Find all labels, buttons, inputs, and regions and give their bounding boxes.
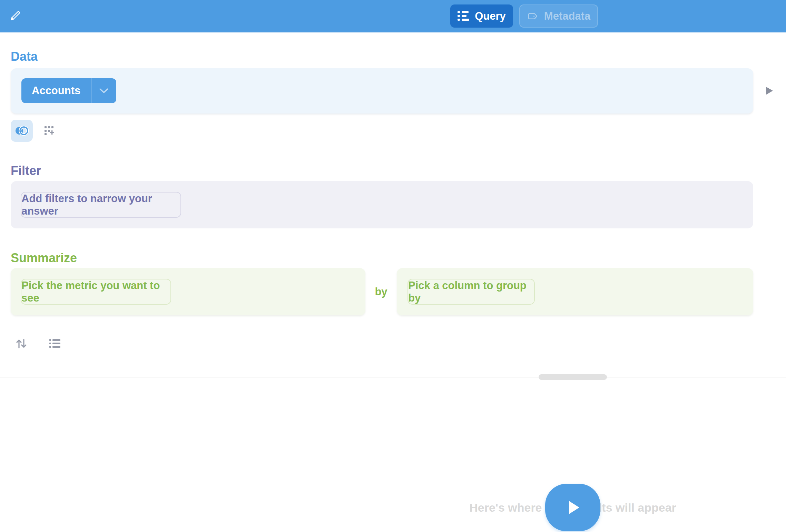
pick-groupby-column-button[interactable]: Pick a column to group by	[407, 279, 535, 305]
summarize-groupby-section: Pick a column to group by	[397, 268, 753, 315]
data-source-picker[interactable]: Accounts	[21, 78, 116, 103]
join-data-button[interactable]	[11, 120, 33, 142]
filter-section: Add filters to narrow your answer	[11, 181, 753, 228]
pencil-icon	[9, 10, 21, 23]
custom-column-icon	[44, 126, 55, 137]
header-bar: Query Metadata	[0, 0, 786, 32]
filter-section-label: Filter	[11, 164, 41, 178]
row-limit-step-button[interactable]	[49, 338, 61, 349]
add-filter-button-label: Add filters to narrow your answer	[21, 193, 180, 217]
summarize-section-label: Summarize	[11, 251, 77, 265]
by-label: by	[365, 268, 397, 315]
pane-divider	[0, 377, 786, 377]
tab-query[interactable]: Query	[450, 4, 513, 28]
pick-metric-button[interactable]: Pick the metric you want to see	[21, 279, 171, 305]
chevron-down-icon[interactable]	[91, 78, 116, 103]
pane-resize-handle[interactable]	[539, 374, 607, 380]
pick-metric-button-label: Pick the metric you want to see	[21, 279, 170, 304]
notebook-icon	[458, 11, 469, 21]
edit-question-button[interactable]	[8, 9, 23, 24]
tab-metadata-label: Metadata	[544, 10, 590, 22]
pick-groupby-column-button-label: Pick a column to group by	[408, 279, 534, 304]
custom-column-button[interactable]	[43, 125, 55, 137]
play-icon	[569, 501, 579, 514]
data-section: Accounts	[11, 68, 753, 114]
tag-icon	[527, 10, 539, 22]
join-data-icon	[14, 126, 29, 136]
row-limit-icon	[49, 339, 60, 348]
summarize-metric-section: Pick the metric you want to see	[11, 268, 365, 315]
preview-step-button[interactable]	[763, 84, 776, 97]
play-icon	[766, 87, 773, 95]
view-switcher: Query Metadata	[450, 4, 598, 28]
sort-step-button[interactable]	[15, 338, 28, 349]
tab-metadata[interactable]: Metadata	[519, 4, 598, 28]
run-query-button[interactable]	[545, 484, 600, 531]
data-section-label: Data	[11, 49, 38, 64]
tab-query-label: Query	[475, 10, 506, 22]
add-filter-button[interactable]: Add filters to narrow your answer	[21, 192, 181, 218]
sort-icon	[16, 338, 27, 349]
data-source-name: Accounts	[21, 78, 91, 103]
